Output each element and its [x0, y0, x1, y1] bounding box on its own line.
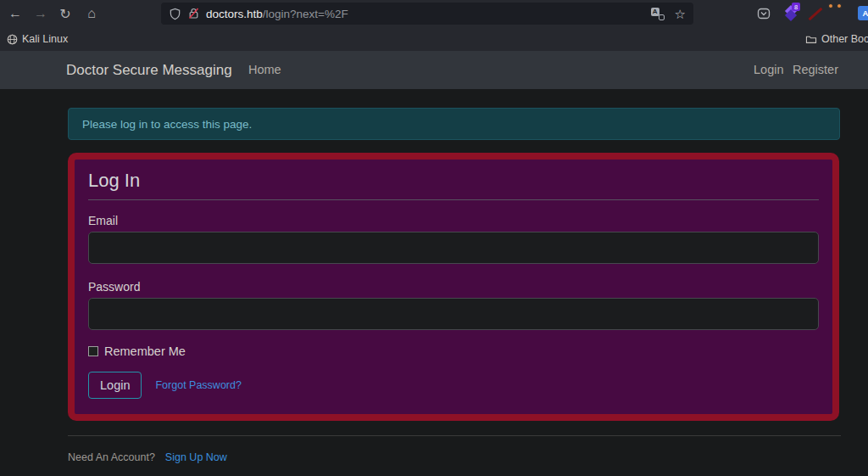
pocket-icon[interactable] [757, 7, 771, 20]
forward-icon[interactable]: → [29, 0, 53, 27]
sign-up-link[interactable]: Sign Up Now [165, 451, 227, 463]
site-navbar: Doctor Secure Messaging Home Login Regis… [0, 51, 868, 89]
remember-me-checkbox[interactable] [88, 346, 98, 356]
address-bar[interactable]: doctors.htb/login?next=%2F A ☆ [161, 3, 693, 25]
signup-footer: Need An Account?Sign Up Now [68, 451, 227, 463]
folder-icon [805, 34, 817, 44]
nav-register-link[interactable]: Register [793, 51, 838, 89]
translate-icon[interactable]: A [651, 8, 665, 20]
site-brand[interactable]: Doctor Secure Messaging [66, 51, 232, 89]
bookmark-star-icon[interactable]: ☆ [675, 8, 686, 20]
login-form-title: Log In [88, 170, 819, 200]
url-text[interactable]: doctors.htb/login?next=%2F [206, 8, 348, 20]
page-viewport: Doctor Secure Messaging Home Login Regis… [0, 51, 868, 476]
email-field[interactable] [88, 232, 819, 264]
reload-icon[interactable]: ↻ [53, 0, 77, 27]
remember-me-row: Remember Me [88, 344, 819, 358]
bookmark-label: Kali Linux [22, 33, 68, 45]
bookmark-other-bookmarks[interactable]: Other Book [805, 27, 868, 51]
email-label: Email [88, 214, 819, 227]
bookmarks-bar: Kali Linux Other Book [0, 27, 868, 51]
shield-icon[interactable] [169, 8, 181, 20]
wappalyzer-badge: 8 [792, 3, 800, 11]
login-card: Log In Email Password Remember Me Login … [68, 153, 839, 421]
forgot-password-link[interactable]: Forgot Password? [155, 379, 241, 391]
login-required-alert: Please log in to access this page. [68, 108, 840, 140]
nav-home-link[interactable]: Home [248, 51, 281, 89]
translate-extension-icon[interactable]: A [858, 6, 868, 20]
globe-icon [7, 34, 18, 45]
browser-toolbar: ← → ↻ ⌂ doctors.htb/login?next=%2F A [0, 0, 868, 27]
urlbar-actions: A ☆ [651, 8, 686, 20]
url-host: doctors.htb [206, 8, 263, 20]
goggle-lens-right [828, 3, 833, 8]
password-field[interactable] [88, 298, 819, 330]
nav-login-link[interactable]: Login [754, 51, 783, 89]
login-button[interactable]: Login [88, 372, 142, 399]
url-path: /login?next=%2F [263, 8, 348, 20]
bookmark-label: Other Book [821, 33, 868, 45]
password-label: Password [88, 280, 819, 294]
browser-window: ← → ↻ ⌂ doctors.htb/login?next=%2F A [0, 0, 868, 476]
home-icon[interactable]: ⌂ [80, 0, 103, 27]
bookmark-kali-linux[interactable]: Kali Linux [7, 27, 68, 51]
goggle-lens-left [837, 3, 842, 8]
remember-me-label: Remember Me [104, 344, 186, 358]
alert-message: Please log in to access this page. [82, 118, 252, 131]
translate-icon-front: A [651, 8, 659, 16]
wappalyzer-extension-icon[interactable]: 8 [783, 5, 798, 21]
back-icon[interactable]: ← [3, 0, 27, 27]
footer-divider [68, 435, 841, 436]
translate-icon-back [659, 14, 665, 20]
submit-row: Login Forgot Password? [88, 372, 819, 399]
signup-prompt: Need An Account? [68, 451, 155, 463]
insecure-lock-icon[interactable] [188, 8, 199, 20]
